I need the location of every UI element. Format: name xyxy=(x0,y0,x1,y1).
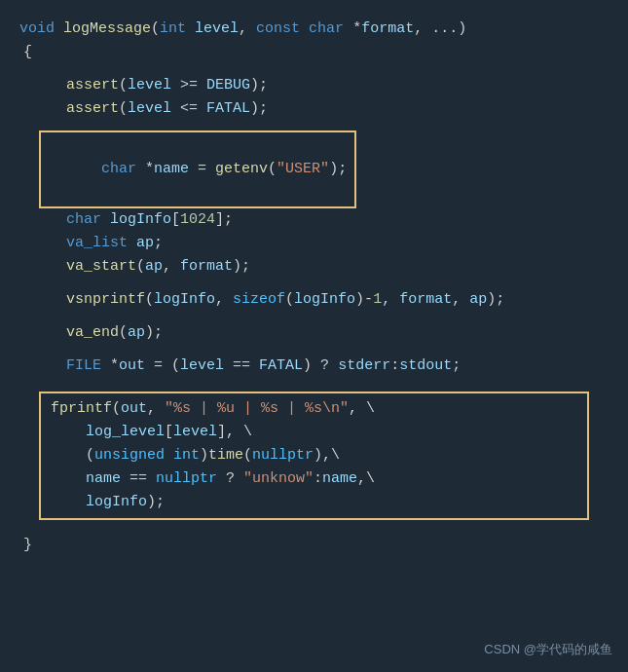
code-line-fprintf5: logInfo); xyxy=(51,491,577,514)
code-line-fprintf3: (unsigned int)time(nullptr),\ xyxy=(51,444,577,467)
code-line-vsnprintf: vsnprintf(logInfo, sizeof(logInfo)-1, fo… xyxy=(19,288,609,312)
code-line-valist: va_list ap; xyxy=(19,232,609,255)
code-line-highlighted: char *name = getenv("USER"); xyxy=(19,131,609,208)
code-line-fprintf2: log_level[level], \ xyxy=(51,421,577,444)
highlight-box-fprintf: fprintf(out, "%s | %u | %s | %s\n", \ lo… xyxy=(39,392,589,520)
code-line-assert1: assert(level >= DEBUG); xyxy=(19,74,609,97)
code-line-vastart: va_start(ap, format); xyxy=(19,255,609,279)
watermark: CSDN @学代码的咸鱼 xyxy=(484,640,612,660)
code-line-assert2: assert(level <= FATAL); xyxy=(19,97,609,121)
code-line-brace-open: { xyxy=(19,41,609,64)
code-line-vaend: va_end(ap); xyxy=(19,321,609,345)
keyword-void: void xyxy=(19,18,63,41)
code-line-file: FILE *out = (level == FATAL) ? stderr:st… xyxy=(19,355,609,378)
code-editor: void logMessage(int level, const char *f… xyxy=(0,0,628,575)
code-line-loginfo: char logInfo[1024]; xyxy=(19,208,609,232)
code-line-brace-close: } xyxy=(19,534,609,557)
code-line-fprintf4: name == nullptr ? "unknow":name,\ xyxy=(51,467,577,491)
highlight-box-name: char *name = getenv("USER"); xyxy=(39,131,356,208)
code-line-fprintf1: fprintf(out, "%s | %u | %s | %s\n", \ xyxy=(51,397,577,421)
fn-name: logMessage xyxy=(63,18,151,41)
code-line-1: void logMessage(int level, const char *f… xyxy=(19,18,609,41)
